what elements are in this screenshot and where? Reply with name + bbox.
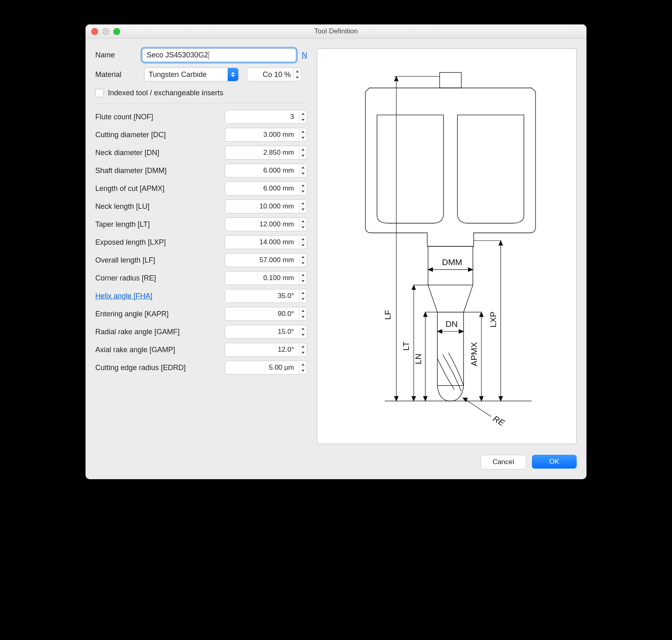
param-row-gamf: Radial rake angle [GAMF]15.0° [95,325,307,339]
stepper-up-icon[interactable] [299,182,307,189]
tool-diagram: DMM DN LF LT LN APMX LXP RE [317,48,577,444]
svg-marker-10 [412,396,416,401]
indexed-tool-checkbox[interactable] [95,89,104,97]
param-stepper-lt[interactable] [299,218,307,230]
n-link[interactable]: N [302,51,307,59]
ok-button-label: OK [549,458,560,466]
stepper-down-icon[interactable] [299,207,307,213]
param-stepper-kapr[interactable] [299,308,307,320]
stepper-down-icon[interactable] [299,350,307,356]
param-stepper-dmm[interactable] [299,164,307,177]
stepper-up-icon[interactable] [299,147,307,153]
param-stepper-gamp[interactable] [299,344,307,356]
param-stepper-nof[interactable] [299,111,307,123]
material-percent-stepper[interactable] [293,68,301,81]
stepper-down-icon[interactable] [299,153,307,159]
param-input-gamp[interactable]: 12.0° [225,343,307,357]
stepper-up-icon[interactable] [299,290,307,296]
stepper-up-icon[interactable] [299,254,307,261]
param-label-edrd: Cutting edge radius [EDRD] [95,364,186,372]
stepper-down-icon[interactable] [299,225,307,231]
material-percent-input[interactable]: Co 10 % [247,68,301,81]
stepper-down-icon[interactable] [299,296,307,302]
stepper-up-icon[interactable] [299,218,307,225]
stepper-up-icon[interactable] [299,129,307,135]
stepper-up-icon[interactable] [294,68,301,75]
stepper-up-icon[interactable] [299,272,307,278]
param-stepper-lu[interactable] [299,200,307,213]
param-input-lt[interactable]: 12.000 mm [225,217,307,231]
param-value-gamp: 12.0° [229,346,296,354]
param-row-nof: Flute count [NOF]3 [95,110,307,124]
stepper-up-icon[interactable] [299,200,307,207]
param-input-gamf[interactable]: 15.0° [225,325,307,339]
param-input-dmm[interactable]: 6.000 mm [225,164,307,178]
param-stepper-edrd[interactable] [299,362,307,374]
param-stepper-fha[interactable] [299,290,307,302]
stepper-down-icon[interactable] [299,278,307,285]
stepper-up-icon[interactable] [299,308,307,314]
name-label: Name [95,51,142,59]
svg-marker-14 [424,396,427,401]
caret-icon [209,51,209,59]
param-label-gamp: Axial rake angle [GAMP] [95,346,175,354]
stepper-up-icon[interactable] [299,236,307,243]
param-stepper-gamf[interactable] [299,326,307,338]
param-value-lt: 12.000 mm [229,220,296,228]
ok-button[interactable]: OK [532,455,577,469]
name-input[interactable]: Seco JS453030G2 [142,48,296,62]
param-label-fha[interactable]: Helix angle [FHA] [95,292,152,300]
diagram-label-lt: LT [401,341,411,351]
stepper-up-icon[interactable] [299,344,307,350]
param-input-lu[interactable]: 10.000 mm [225,199,307,213]
stepper-up-icon[interactable] [299,111,307,117]
param-row-re: Corner radius [RE]0.100 mm [95,271,307,285]
param-input-nof[interactable]: 3 [225,110,307,124]
param-stepper-dc[interactable] [299,129,307,141]
param-input-lf[interactable]: 57.000 mm [225,253,307,267]
param-value-lxp: 14.000 mm [229,238,296,246]
stepper-down-icon[interactable] [299,171,307,177]
stepper-down-icon[interactable] [294,75,301,81]
param-stepper-dn[interactable] [299,147,307,159]
param-value-kapr: 90.0° [229,310,296,318]
param-stepper-re[interactable] [299,272,307,284]
window-title: Tool Definition [86,27,586,35]
indexed-tool-label: Indexed tool / exchangeable inserts [108,89,223,97]
param-input-lxp[interactable]: 14.000 mm [225,235,307,249]
param-stepper-lxp[interactable] [299,236,307,248]
param-input-edrd[interactable]: 5.00 µm [225,361,307,375]
stepper-down-icon[interactable] [299,261,307,267]
material-select[interactable]: Tungsten Carbide [144,68,239,81]
stepper-down-icon[interactable] [299,189,307,195]
param-input-dc[interactable]: 3.000 mm [225,128,307,142]
param-label-nof: Flute count [NOF] [95,113,153,121]
param-label-lt: Taper length [LT] [95,220,150,229]
chevron-updown-icon [228,68,238,81]
param-label-lu: Neck length [LU] [95,202,149,211]
diagram-label-lxp: LXP [489,311,498,327]
stepper-down-icon[interactable] [299,243,307,249]
stepper-down-icon[interactable] [299,117,307,123]
param-input-dn[interactable]: 2.850 mm [225,146,307,160]
stepper-up-icon[interactable] [299,362,307,368]
param-input-apmx[interactable]: 6.000 mm [225,182,307,195]
param-input-fha[interactable]: 35.0° [225,289,307,303]
param-row-lu: Neck length [LU]10.000 mm [95,199,307,213]
param-row-dmm: Shaft diameter [DMM]6.000 mm [95,164,307,178]
param-value-lu: 10.000 mm [229,202,296,210]
stepper-up-icon[interactable] [299,326,307,332]
stepper-down-icon[interactable] [299,332,307,338]
stepper-down-icon[interactable] [299,368,307,374]
stepper-down-icon[interactable] [299,314,307,320]
param-stepper-lf[interactable] [299,254,307,266]
param-stepper-apmx[interactable] [299,182,307,195]
stepper-down-icon[interactable] [299,135,307,141]
stepper-up-icon[interactable] [299,164,307,171]
param-label-apmx: Length of cut [APMX] [95,184,165,193]
param-input-kapr[interactable]: 90.0° [225,307,307,321]
param-input-re[interactable]: 0.100 mm [225,271,307,285]
svg-marker-21 [459,329,463,333]
cancel-button[interactable]: Cancel [481,455,526,469]
diagram-label-dmm: DMM [442,257,463,267]
